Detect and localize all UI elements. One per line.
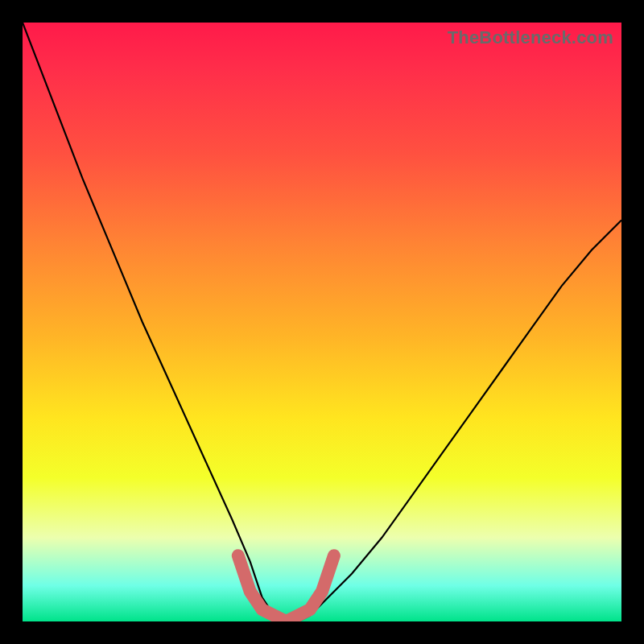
chart-svg [23,23,621,621]
bottleneck-curve [23,23,621,621]
plot-area: TheBottleneck.com [23,23,621,621]
valley-marker [238,555,334,621]
chart-frame: TheBottleneck.com [0,0,644,644]
